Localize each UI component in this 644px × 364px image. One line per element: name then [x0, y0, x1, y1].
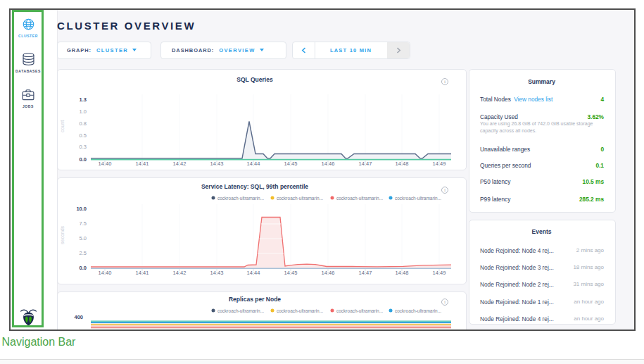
- svg-text:1.3: 1.3: [80, 96, 87, 103]
- svg-text:cockroach-ultramarin...: cockroach-ultramarin...: [336, 196, 383, 201]
- svg-text:10.0: 10.0: [76, 206, 87, 212]
- svg-text:14:47: 14:47: [359, 270, 372, 276]
- svg-text:14:40: 14:40: [99, 161, 112, 167]
- svg-text:7.5: 7.5: [80, 220, 87, 227]
- svg-text:14:43: 14:43: [210, 270, 224, 276]
- svg-text:cockroach-ultramarin...: cockroach-ultramarin...: [277, 308, 323, 313]
- svg-text:14:42: 14:42: [173, 161, 187, 167]
- svg-text:14:44: 14:44: [247, 161, 260, 167]
- svg-text:14:40: 14:40: [99, 270, 112, 276]
- svg-text:cockroach-ultramarin...: cockroach-ultramarin...: [277, 196, 323, 201]
- svg-text:14:45: 14:45: [284, 270, 298, 276]
- svg-text:14:46: 14:46: [322, 161, 335, 167]
- svg-text:14:45: 14:45: [284, 161, 298, 167]
- svg-text:0.0: 0.0: [80, 265, 87, 271]
- svg-text:2.5: 2.5: [80, 250, 87, 256]
- svg-text:seconds: seconds: [60, 225, 65, 244]
- svg-text:14:46: 14:46: [322, 270, 335, 276]
- svg-text:14:44: 14:44: [247, 270, 260, 276]
- svg-text:14:48: 14:48: [396, 270, 409, 276]
- svg-text:14:41: 14:41: [136, 161, 149, 167]
- svg-text:14:47: 14:47: [359, 161, 372, 167]
- svg-text:14:49: 14:49: [433, 161, 446, 167]
- svg-text:14:42: 14:42: [173, 270, 187, 276]
- svg-text:0.8: 0.8: [80, 120, 87, 127]
- svg-text:1.0: 1.0: [80, 108, 87, 115]
- svg-text:cockroach-ultramarin...: cockroach-ultramarin...: [395, 196, 441, 201]
- svg-text:0.3: 0.3: [80, 144, 87, 150]
- svg-text:0.0: 0.0: [80, 156, 87, 163]
- svg-text:cockroach-ultramarin...: cockroach-ultramarin...: [217, 196, 264, 201]
- svg-text:cockroach-ultramarin...: cockroach-ultramarin...: [336, 308, 383, 313]
- svg-text:400: 400: [74, 314, 83, 320]
- svg-text:cockroach-ultramarin...: cockroach-ultramarin...: [217, 308, 264, 313]
- svg-text:14:41: 14:41: [136, 270, 149, 276]
- svg-text:14:48: 14:48: [396, 161, 409, 167]
- svg-text:5.0: 5.0: [80, 235, 87, 241]
- svg-text:14:43: 14:43: [210, 161, 224, 167]
- svg-text:0.5: 0.5: [80, 132, 87, 139]
- svg-text:count: count: [60, 120, 65, 132]
- svg-text:14:49: 14:49: [433, 270, 446, 276]
- svg-text:cockroach-ultramarin...: cockroach-ultramarin...: [395, 308, 441, 313]
